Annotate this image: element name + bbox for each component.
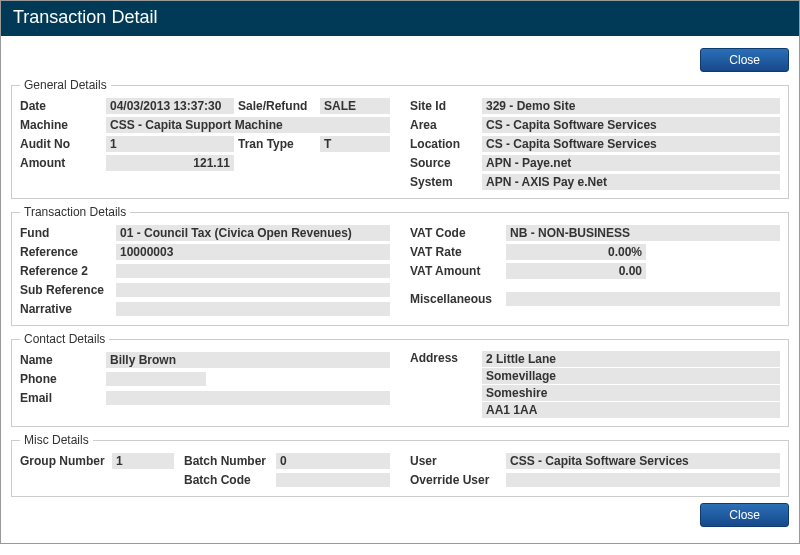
label-narrative: Narrative <box>20 302 116 316</box>
label-miscellaneous: Miscellaneous <box>410 292 506 306</box>
close-button-bottom[interactable]: Close <box>700 503 789 527</box>
label-name: Name <box>20 353 106 367</box>
value-machine: CSS - Capita Support Machine <box>106 117 390 133</box>
bottom-button-row: Close <box>11 503 789 527</box>
address-line-3: Someshire <box>482 385 780 401</box>
value-override-user <box>506 473 780 487</box>
value-narrative <box>116 302 390 316</box>
address-line-4: AA1 1AA <box>482 402 780 418</box>
value-group-number: 1 <box>112 453 174 469</box>
label-reference: Reference <box>20 245 116 259</box>
contact-details-legend: Contact Details <box>20 332 109 346</box>
label-amount: Amount <box>20 156 106 170</box>
transaction-details-panel: Transaction Details Fund 01 - Council Ta… <box>11 205 789 326</box>
label-email: Email <box>20 391 106 405</box>
value-name: Billy Brown <box>106 352 390 368</box>
top-button-row: Close <box>11 48 789 72</box>
value-reference: 10000003 <box>116 244 390 260</box>
value-system: APN - AXIS Pay e.Net <box>482 174 780 190</box>
value-email <box>106 391 390 405</box>
contact-details-panel: Contact Details Name Billy Brown Phone E… <box>11 332 789 427</box>
misc-details-panel: Misc Details Group Number 1 Batch Number… <box>11 433 789 497</box>
label-machine: Machine <box>20 118 106 132</box>
label-vat-code: VAT Code <box>410 226 506 240</box>
label-sub-reference: Sub Reference <box>20 283 116 297</box>
label-date: Date <box>20 99 106 113</box>
label-source: Source <box>410 156 482 170</box>
label-override-user: Override User <box>410 473 506 487</box>
value-amount: 121.11 <box>106 155 234 171</box>
value-user: CSS - Capita Software Services <box>506 453 780 469</box>
address-line-2: Somevillage <box>482 368 780 384</box>
value-sub-reference <box>116 283 390 297</box>
value-batch-number: 0 <box>276 453 390 469</box>
value-vat-code: NB - NON-BUSINESS <box>506 225 780 241</box>
label-area: Area <box>410 118 482 132</box>
label-location: Location <box>410 137 482 151</box>
value-miscellaneous <box>506 292 780 306</box>
value-source: APN - Paye.net <box>482 155 780 171</box>
label-address: Address <box>410 351 482 365</box>
address-line-1: 2 Little Lane <box>482 351 780 367</box>
label-vat-rate: VAT Rate <box>410 245 506 259</box>
value-reference2 <box>116 264 390 278</box>
value-site-id: 329 - Demo Site <box>482 98 780 114</box>
label-group-number: Group Number <box>20 454 112 468</box>
label-tran-type: Tran Type <box>238 137 320 151</box>
label-sale-refund: Sale/Refund <box>238 99 320 113</box>
label-batch-number: Batch Number <box>184 454 276 468</box>
value-phone <box>106 372 206 386</box>
close-button-top[interactable]: Close <box>700 48 789 72</box>
label-batch-code: Batch Code <box>184 473 276 487</box>
label-system: System <box>410 175 482 189</box>
label-site-id: Site Id <box>410 99 482 113</box>
value-vat-rate: 0.00% <box>506 244 646 260</box>
value-audit-no: 1 <box>106 136 234 152</box>
label-vat-amount: VAT Amount <box>410 264 506 278</box>
value-address: 2 Little Lane Somevillage Someshire AA1 … <box>482 351 780 419</box>
label-audit-no: Audit No <box>20 137 106 151</box>
label-reference2: Reference 2 <box>20 264 116 278</box>
value-fund: 01 - Council Tax (Civica Open Revenues) <box>116 225 390 241</box>
window-content: Close General Details Date 04/03/2013 13… <box>1 36 799 543</box>
value-tran-type: T <box>320 136 390 152</box>
value-location: CS - Capita Software Services <box>482 136 780 152</box>
general-details-panel: General Details Date 04/03/2013 13:37:30… <box>11 78 789 199</box>
value-batch-code <box>276 473 390 487</box>
transaction-detail-window: Transaction Detail Close General Details… <box>0 0 800 544</box>
value-date: 04/03/2013 13:37:30 <box>106 98 234 114</box>
label-user: User <box>410 454 506 468</box>
label-phone: Phone <box>20 372 106 386</box>
value-area: CS - Capita Software Services <box>482 117 780 133</box>
general-details-legend: General Details <box>20 78 111 92</box>
value-sale-refund: SALE <box>320 98 390 114</box>
transaction-details-legend: Transaction Details <box>20 205 130 219</box>
label-fund: Fund <box>20 226 116 240</box>
misc-details-legend: Misc Details <box>20 433 93 447</box>
value-vat-amount: 0.00 <box>506 263 646 279</box>
window-title: Transaction Detail <box>1 1 799 36</box>
